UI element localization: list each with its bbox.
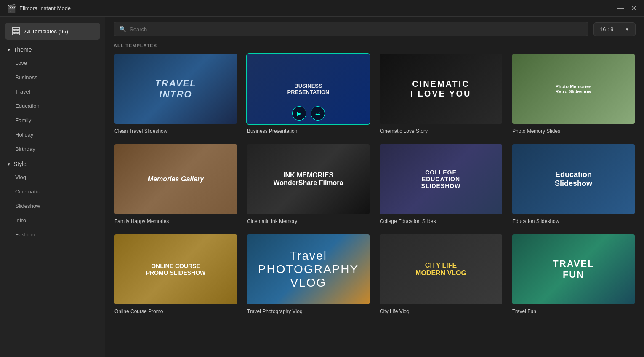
- aspect-ratio-select[interactable]: 16 : 9 ▼: [593, 22, 636, 36]
- card-thumb-cinematic-love: CINEMATIC I LOVE YOU: [380, 54, 502, 124]
- minimize-button[interactable]: —: [617, 5, 625, 12]
- templates-grid: TRAVEL INTROClean Travel SlideshowBUSINE…: [105, 53, 644, 357]
- top-bar: 🔍 16 : 9 ▼: [105, 17, 644, 41]
- card-thumb-wrapper-photo-memory: Photo Memories Retro Slideshow: [511, 53, 636, 125]
- sidebar-item-family[interactable]: Family: [3, 113, 102, 127]
- card-label-clean-travel: Clean Travel Slideshow: [114, 125, 238, 135]
- card-thumb-cinematic-ink: INK MEMORIES WonderShare Filmora: [247, 144, 370, 214]
- card-thumb-wrapper-business-presentation: BUSINESS PRESENTATION▶⇄: [246, 53, 370, 125]
- sidebar-item-business[interactable]: Business: [3, 70, 102, 84]
- card-thumb-wrapper-travel-photo: Travel PHOTOGRAPHY VLOG: [246, 234, 370, 305]
- card-label-travel-photo: Travel Photography Vlog: [246, 305, 370, 315]
- card-thumb-online-course: ONLINE COURSE PROMO SLIDESHOW: [114, 234, 237, 304]
- sidebar-item-slideshow[interactable]: Slideshow: [3, 199, 102, 213]
- card-label-business-presentation: Business Presentation: [246, 125, 370, 135]
- card-label-education-slideshow: Education Slideshow: [511, 215, 636, 225]
- sidebar-item-vlog[interactable]: Vlog: [3, 170, 102, 184]
- card-thumb-wrapper-cinematic-ink: INK MEMORIES WonderShare Filmora: [246, 143, 370, 215]
- template-card-photo-memory[interactable]: Photo Memories Retro SlideshowPhoto Memo…: [511, 53, 636, 135]
- sidebar-item-love[interactable]: Love: [3, 56, 102, 70]
- template-card-college-education[interactable]: COLLEGE EDUCATION SLIDESHOWCollege Educa…: [379, 143, 503, 225]
- card-thumb-wrapper-cinematic-love: CINEMATIC I LOVE YOU: [379, 53, 503, 125]
- card-thumb-city-life: CITY LIFE MODERN VLOG: [380, 234, 502, 304]
- card-thumb-family-happy: Memories Gallery: [114, 144, 237, 214]
- app-body: All Templates (96) ▼ Theme Love Business…: [0, 17, 644, 357]
- template-card-cinematic-love[interactable]: CINEMATIC I LOVE YOUCinematic Love Story: [379, 53, 503, 135]
- title-bar: 🎬 Filmora Instant Mode — ✕: [0, 0, 644, 17]
- card-thumb-wrapper-online-course: ONLINE COURSE PROMO SLIDESHOW: [114, 234, 238, 305]
- template-card-family-happy[interactable]: Memories GalleryFamily Happy Memories: [114, 143, 238, 225]
- search-input[interactable]: [130, 26, 583, 32]
- style-section-label: Style: [13, 161, 27, 167]
- template-card-online-course[interactable]: ONLINE COURSE PROMO SLIDESHOWOnline Cour…: [114, 234, 238, 315]
- aspect-ratio-label: 16 : 9: [600, 26, 614, 32]
- search-icon: 🔍: [119, 26, 126, 32]
- main-content: 🔍 16 : 9 ▼ ALL TEMPLATES TRAVEL INTROCle…: [105, 17, 644, 357]
- style-section-header[interactable]: ▼ Style: [0, 156, 105, 170]
- card-thumb-clean-travel: TRAVEL INTRO: [114, 54, 237, 124]
- card-label-family-happy: Family Happy Memories: [114, 215, 238, 225]
- sidebar-item-birthday[interactable]: Birthday: [3, 142, 102, 156]
- sidebar-item-fashion[interactable]: Fashion: [3, 228, 102, 242]
- sidebar: All Templates (96) ▼ Theme Love Business…: [0, 17, 105, 357]
- card-label-cinematic-love: Cinematic Love Story: [379, 125, 503, 135]
- template-card-education-slideshow[interactable]: Education SlideshowEducation Slideshow: [511, 143, 636, 225]
- template-card-clean-travel[interactable]: TRAVEL INTROClean Travel Slideshow: [114, 53, 238, 135]
- search-box[interactable]: 🔍: [114, 22, 588, 36]
- grid-container: TRAVEL INTROClean Travel SlideshowBUSINE…: [114, 53, 636, 315]
- window-controls: — ✕: [617, 5, 637, 12]
- template-card-travel-photo[interactable]: Travel PHOTOGRAPHY VLOGTravel Photograph…: [246, 234, 370, 315]
- card-thumb-college-education: COLLEGE EDUCATION SLIDESHOW: [380, 144, 502, 214]
- card-label-college-education: College Education Slides: [379, 215, 503, 225]
- template-card-city-life[interactable]: CITY LIFE MODERN VLOGCity Life Vlog: [379, 234, 503, 315]
- sidebar-item-holiday[interactable]: Holiday: [3, 128, 102, 142]
- all-templates-label: All Templates (96): [24, 28, 68, 35]
- card-thumb-education-slideshow: Education Slideshow: [512, 144, 635, 214]
- theme-section-header[interactable]: ▼ Theme: [0, 42, 105, 56]
- card-thumb-wrapper-family-happy: Memories Gallery: [114, 143, 238, 215]
- chevron-down-icon: ▼: [7, 48, 11, 52]
- chevron-down-icon-style: ▼: [7, 162, 11, 166]
- card-thumb-travel-photo: Travel PHOTOGRAPHY VLOG: [247, 234, 370, 304]
- card-thumb-wrapper-clean-travel: TRAVEL INTRO: [114, 53, 238, 125]
- template-card-travel-fun[interactable]: TRAVEL FUNTravel Fun: [511, 234, 636, 315]
- app-title-area: 🎬 Filmora Instant Mode: [7, 4, 71, 13]
- sidebar-item-intro[interactable]: Intro: [3, 213, 102, 227]
- card-label-online-course: Online Course Promo: [114, 305, 238, 315]
- theme-section-label: Theme: [13, 46, 32, 53]
- chevron-down-icon-aspect: ▼: [625, 27, 629, 32]
- sidebar-item-travel[interactable]: Travel: [3, 85, 102, 99]
- card-thumb-wrapper-education-slideshow: Education Slideshow: [511, 143, 636, 215]
- grid-icon: [12, 27, 20, 35]
- card-thumb-wrapper-city-life: CITY LIFE MODERN VLOG: [379, 234, 503, 305]
- card-label-cinematic-ink: Cinematic Ink Memory: [246, 215, 370, 225]
- card-thumb-wrapper-college-education: COLLEGE EDUCATION SLIDESHOW: [379, 143, 503, 215]
- card-label-travel-fun: Travel Fun: [511, 305, 636, 315]
- card-overlay-business-presentation: ▶⇄: [292, 106, 325, 121]
- sidebar-item-cinematic[interactable]: Cinematic: [3, 185, 102, 199]
- app-logo: 🎬: [7, 4, 16, 13]
- template-card-business-presentation[interactable]: BUSINESS PRESENTATION▶⇄Business Presenta…: [246, 53, 370, 135]
- section-label: ALL TEMPLATES: [105, 41, 644, 53]
- close-button[interactable]: ✕: [630, 5, 637, 12]
- card-thumb-wrapper-travel-fun: TRAVEL FUN: [511, 234, 636, 305]
- card-thumb-travel-fun: TRAVEL FUN: [512, 234, 635, 304]
- template-card-cinematic-ink[interactable]: INK MEMORIES WonderShare FilmoraCinemati…: [246, 143, 370, 225]
- use-button-business-presentation[interactable]: ⇄: [311, 106, 325, 121]
- card-label-city-life: City Life Vlog: [379, 305, 503, 315]
- play-button-business-presentation[interactable]: ▶: [292, 106, 306, 121]
- app-title: Filmora Instant Mode: [19, 5, 71, 11]
- card-label-photo-memory: Photo Memory Slides: [511, 125, 636, 135]
- sidebar-item-education[interactable]: Education: [3, 99, 102, 113]
- all-templates-button[interactable]: All Templates (96): [5, 23, 100, 40]
- card-thumb-photo-memory: Photo Memories Retro Slideshow: [512, 54, 635, 124]
